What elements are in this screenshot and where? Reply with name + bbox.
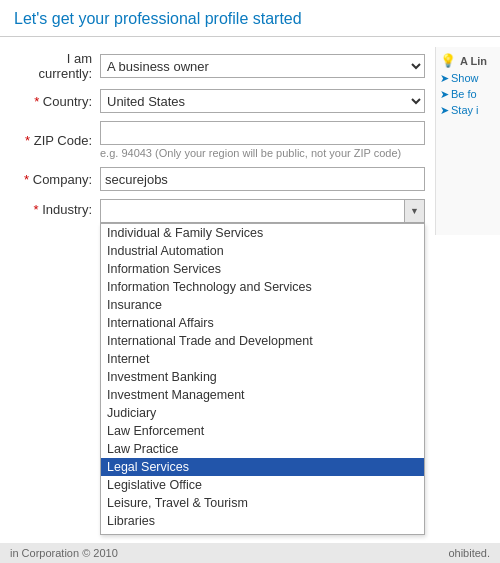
list-item[interactable]: Law Practice (101, 440, 424, 458)
country-label: * Country: (10, 94, 100, 109)
zip-row: * ZIP Code: e.g. 94043 (Only your region… (10, 121, 425, 159)
industry-wrapper: Individual & Family ServicesIndustrial A… (100, 199, 425, 223)
tip-text-1: Be fo (451, 88, 477, 100)
industry-required-marker: * (33, 202, 42, 217)
footer-copyright: in Corporation © 2010 (10, 547, 118, 559)
list-item[interactable]: International Affairs (101, 314, 424, 332)
industry-dropdown-arrow[interactable] (404, 200, 424, 222)
company-label: * Company: (10, 172, 100, 187)
footer-rights: ohibited. (448, 547, 490, 559)
list-item[interactable]: Investment Banking (101, 368, 424, 386)
zip-required-marker: * (25, 133, 34, 148)
country-select[interactable]: United States (100, 89, 425, 113)
industry-dropdown-list-container: Individual & Family ServicesIndustrial A… (100, 223, 425, 535)
header: Let's get your professional profile star… (0, 0, 500, 37)
tip-header: 💡 A Lin (440, 53, 494, 68)
main-content: I am currently: A business owner * Count… (0, 37, 500, 245)
tip-item-1: ➤ Be fo (440, 88, 494, 101)
right-panel: 💡 A Lin ➤ Show ➤ Be fo ➤ Stay i (435, 47, 500, 235)
tip-text-0: Show (451, 72, 479, 84)
list-item[interactable]: Individual & Family Services (101, 224, 424, 242)
currently-row: I am currently: A business owner (10, 51, 425, 81)
zip-input[interactable] (100, 121, 425, 145)
list-item[interactable]: Industrial Automation (101, 242, 424, 260)
country-required-marker: * (34, 94, 43, 109)
currently-control: A business owner (100, 54, 425, 78)
currently-label: I am currently: (10, 51, 100, 81)
tip-text-2: Stay i (451, 104, 479, 116)
bulb-icon: 💡 (440, 53, 456, 68)
industry-row: * Industry: Individual & Family Services… (10, 199, 425, 223)
list-item[interactable]: Law Enforcement (101, 422, 424, 440)
list-item[interactable]: International Trade and Development (101, 332, 424, 350)
list-item[interactable]: Leisure, Travel & Tourism (101, 494, 424, 512)
tip-item-0: ➤ Show (440, 72, 494, 85)
company-row: * Company: (10, 167, 425, 191)
industry-dropdown-list: Individual & Family ServicesIndustrial A… (101, 224, 424, 534)
tip-arrow-0: ➤ (440, 72, 449, 85)
zip-hint: e.g. 94043 (Only your region will be pub… (100, 147, 425, 159)
list-item[interactable]: Judiciary (101, 404, 424, 422)
industry-input-row[interactable] (100, 199, 425, 223)
form-section: I am currently: A business owner * Count… (0, 47, 435, 235)
company-required-marker: * (24, 172, 33, 187)
company-control (100, 167, 425, 191)
industry-input[interactable] (101, 200, 404, 222)
zip-control: e.g. 94043 (Only your region will be pub… (100, 121, 425, 159)
list-item[interactable]: Internet (101, 350, 424, 368)
tip-box: 💡 A Lin ➤ Show ➤ Be fo ➤ Stay i (440, 53, 494, 117)
list-item[interactable]: Information Services (101, 260, 424, 278)
tip-item-2: ➤ Stay i (440, 104, 494, 117)
tip-header-text: A Lin (460, 55, 487, 67)
list-item[interactable]: Information Technology and Services (101, 278, 424, 296)
country-row: * Country: United States (10, 89, 425, 113)
list-item[interactable]: Legislative Office (101, 476, 424, 494)
page-title: Let's get your professional profile star… (14, 10, 302, 27)
company-input[interactable] (100, 167, 425, 191)
currently-select[interactable]: A business owner (100, 54, 425, 78)
page-wrapper: Let's get your professional profile star… (0, 0, 500, 563)
country-control: United States (100, 89, 425, 113)
list-item[interactable]: Logistics and Supply Chain (101, 530, 424, 534)
tip-arrow-1: ➤ (440, 88, 449, 101)
list-item[interactable]: Legal Services (101, 458, 424, 476)
list-item[interactable]: Libraries (101, 512, 424, 530)
industry-label: * Industry: (10, 199, 100, 217)
footer: in Corporation © 2010 ohibited. (0, 543, 500, 563)
tip-arrow-2: ➤ (440, 104, 449, 117)
list-item[interactable]: Insurance (101, 296, 424, 314)
list-item[interactable]: Investment Management (101, 386, 424, 404)
zip-label: * ZIP Code: (10, 133, 100, 148)
